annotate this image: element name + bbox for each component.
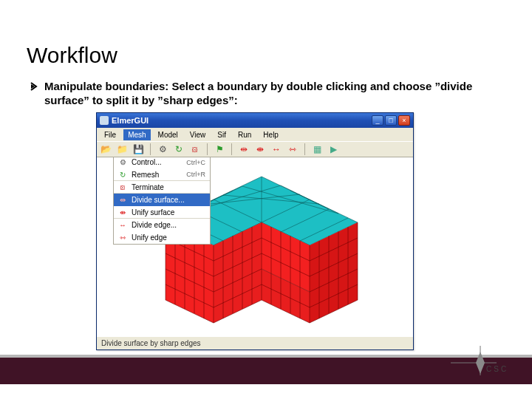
menu-item-terminate[interactable]: ⦻ Terminate (114, 181, 210, 194)
menu-item-divide-edge[interactable]: ↔ Divide edge... (114, 219, 210, 231)
flag-icon[interactable]: ⚑ (214, 143, 225, 155)
settings-icon[interactable]: ⚙ (157, 143, 168, 155)
menu-file[interactable]: File (100, 129, 120, 140)
menu-item-label: Unify surface (132, 208, 174, 216)
bullet-text: Manipulate boundaries: Select a boundary… (44, 80, 502, 108)
menu-item-remesh[interactable]: ↻ Remesh Ctrl+R (114, 168, 210, 181)
menu-sif[interactable]: Sif (213, 129, 231, 140)
menu-help[interactable]: Help (259, 129, 283, 140)
mesh-menu-dropdown: ⚙ Control... Ctrl+C ↻ Remesh Ctrl+R ⦻ Te… (113, 157, 211, 245)
minimize-button[interactable]: _ (372, 115, 383, 126)
stop-icon[interactable]: ⦻ (189, 143, 201, 155)
window-titlebar: ElmerGUI _ □ × (97, 113, 413, 128)
window-buttons: _ □ × (372, 115, 410, 126)
toolbar-separator (150, 143, 151, 155)
close-button[interactable]: × (398, 115, 410, 126)
toolbar-separator (207, 143, 208, 155)
menu-item-unify-surface[interactable]: ⇼ Unify surface (114, 206, 210, 219)
app-icon (100, 116, 109, 125)
menu-item-label: Remesh (132, 171, 159, 179)
open2-icon[interactable]: 📁 (116, 143, 128, 155)
refresh-icon[interactable]: ↻ (173, 143, 185, 155)
menu-item-label: Terminate (132, 183, 164, 191)
menu-mesh[interactable]: Mesh (123, 129, 150, 140)
gear-icon: ⚙ (118, 158, 127, 167)
window-title: ElmerGUI (112, 116, 369, 125)
menu-item-control[interactable]: ⚙ Control... Ctrl+C (114, 157, 210, 168)
doc-icon[interactable]: ▦ (311, 143, 323, 155)
menu-item-label: Divide surface... (132, 196, 185, 204)
menu-item-divide-surface[interactable]: ⇹ Divide surface... (114, 194, 210, 206)
slide-title: Workflow (27, 43, 117, 68)
viewport-3d[interactable]: ⚙ Control... Ctrl+C ↻ Remesh Ctrl+R ⦻ Te… (97, 157, 413, 336)
menu-item-label: Unify edge (132, 233, 167, 242)
open-icon[interactable]: 📂 (100, 143, 112, 155)
save-icon[interactable]: 💾 (132, 143, 144, 155)
app-window: ElmerGUI _ □ × File Mesh Model View Sif … (96, 112, 414, 350)
menubar: File Mesh Model View Sif Run Help (97, 128, 413, 141)
divide-edge-icon[interactable]: ↔ (270, 143, 282, 155)
menu-view[interactable]: View (185, 129, 211, 140)
menu-item-label: Control... (132, 158, 162, 166)
toolbar-separator (231, 143, 232, 155)
menu-shortcut: Ctrl+C (186, 159, 205, 166)
menu-run[interactable]: Run (233, 129, 256, 140)
divide-icon: ↔ (118, 221, 127, 230)
unify-surf-icon[interactable]: ⇼ (254, 143, 266, 155)
menu-shortcut: Ctrl+R (186, 171, 205, 178)
maximize-button[interactable]: □ (385, 115, 397, 126)
csc-text: CSC (486, 365, 508, 373)
menu-item-label: Divide edge... (132, 221, 177, 229)
svg-marker-77 (476, 352, 485, 374)
unify-icon: ⇼ (118, 208, 127, 216)
divide-icon: ⇹ (118, 196, 127, 205)
unify-edge-icon[interactable]: ⇿ (287, 143, 299, 155)
statusbar: Divide surface by sharp edges (97, 336, 413, 349)
stop-icon: ⦻ (118, 183, 127, 191)
status-text: Divide surface by sharp edges (101, 339, 201, 347)
bullet-arrow-icon (30, 81, 40, 92)
divide-surf-icon[interactable]: ⇹ (238, 143, 250, 155)
csc-logo: CSC (451, 346, 510, 380)
refresh-icon: ↻ (118, 170, 127, 179)
unify-icon: ⇿ (118, 233, 127, 242)
toolbar: 📂 📁 💾 ⚙ ↻ ⦻ ⚑ ⇹ ⇼ ↔ ⇿ ▦ ▶ (97, 141, 413, 157)
toolbar-separator (304, 143, 305, 155)
bullet-item: Manipulate boundaries: Select a boundary… (30, 80, 502, 108)
menu-model[interactable]: Model (154, 129, 183, 140)
run-icon[interactable]: ▶ (327, 143, 339, 155)
menu-item-unify-edge[interactable]: ⇿ Unify edge (114, 231, 210, 244)
